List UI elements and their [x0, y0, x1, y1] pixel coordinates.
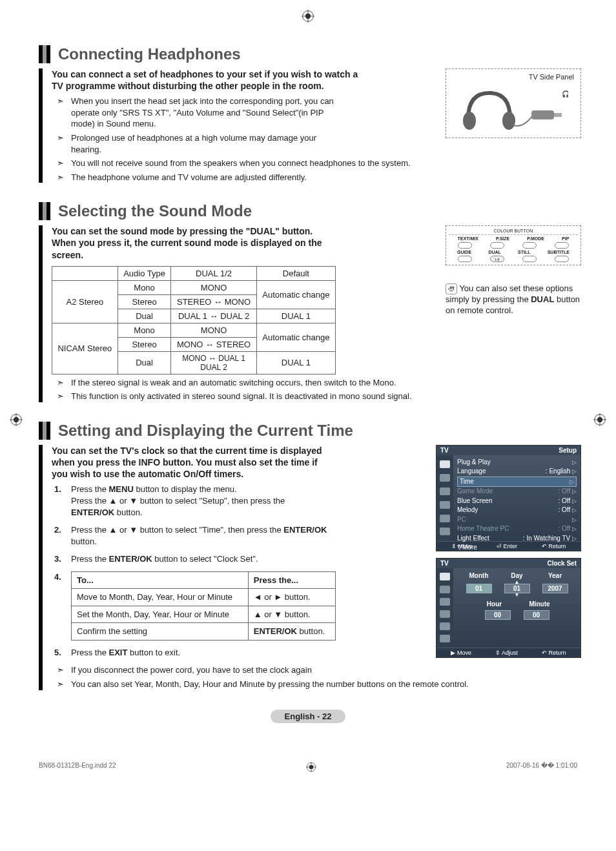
section-heading: Selecting the Sound Mode	[58, 202, 252, 220]
osd-menu-row: Blue Screen: Off ▷	[457, 497, 577, 506]
osd-menu-row: Game Mode: Off ▷	[457, 487, 577, 497]
bullet-item: The headphone volume and TV volume are a…	[52, 172, 577, 183]
section-selecting-sound-mode: Selecting the Sound Mode COLOUR BUTTON T…	[39, 202, 577, 402]
remote-note: 🖑 You can also set these options simply …	[446, 283, 581, 316]
osd-menu-row: PC ▷	[457, 515, 577, 525]
osd-menu-row: Light Effect: In Watching TV ▷	[457, 534, 577, 544]
registration-mark-icon	[306, 762, 316, 772]
section-heading: Setting and Displaying the Current Time	[58, 422, 353, 440]
heading-accent-bar	[39, 202, 50, 220]
osd-menu-row: Time ▷	[457, 477, 577, 487]
remote-buttons-illustration: COLOUR BUTTON TEXT/MIXP.SIZEP.MODEPIP GU…	[446, 225, 581, 265]
page-footer: English - 22	[39, 710, 577, 723]
registration-mark-icon	[302, 10, 314, 23]
bullet-item: When you insert the head set jack into t…	[52, 96, 349, 130]
section-connecting-headphones: Connecting Headphones TV Side Panel 🎧	[39, 45, 577, 183]
bullet-item: If you disconnect the power cord, you ha…	[52, 664, 577, 676]
page-number-pill: English - 22	[271, 710, 346, 723]
step-item: To... Press the... Move to Month, Day, Y…	[52, 571, 577, 641]
registration-mark-icon	[10, 413, 23, 426]
bullet-list: If you disconnect the power cord, you ha…	[52, 664, 577, 690]
step-item: Press the MENU button to display the men…	[52, 484, 329, 518]
section-intro: You can set the sound mode by pressing t…	[52, 225, 336, 261]
svg-rect-15	[554, 113, 562, 117]
bullet-item: If the stereo signal is weak and an auto…	[52, 377, 577, 389]
doc-footer-right: 2007-08-16 �� 1:01:00	[506, 762, 577, 772]
section-intro: You can connect a set of headphones to y…	[52, 68, 362, 92]
osd-menu-row: Home Theatre PC: Off ▷	[457, 524, 577, 534]
osd-setup-menu: TV Setup Plug & Play ▷Language: English …	[436, 445, 581, 551]
section-setting-time: Setting and Displaying the Current Time …	[39, 422, 577, 690]
heading-accent-bar	[39, 45, 50, 63]
step-item: Press the EXIT button to exit.	[52, 647, 577, 659]
svg-rect-14	[531, 110, 554, 119]
osd-menu-row: Melody: Off ▷	[457, 506, 577, 515]
step-item: Press the ▲ or ▼ button to select "Time"…	[52, 524, 329, 547]
bullet-item: You can also set Year, Month, Day, Hour …	[52, 679, 577, 690]
svg-text:🎧: 🎧	[562, 90, 568, 98]
section-heading: Connecting Headphones	[58, 45, 241, 63]
bullet-list: If the stereo signal is weak and an auto…	[52, 377, 577, 402]
svg-point-12	[463, 112, 476, 130]
doc-footer-left: BN68-01312B-Eng.indd 22	[39, 762, 116, 772]
osd-menu-row: Plug & Play ▷	[457, 458, 577, 467]
bullet-item: This function is only activated in stere…	[52, 391, 577, 402]
section-intro: You can set the TV's clock so that the c…	[52, 445, 329, 480]
document-footer: BN68-01312B-Eng.indd 22 2007-08-16 �� 1:…	[39, 762, 577, 772]
tv-side-panel-illustration: TV Side Panel 🎧	[446, 68, 581, 138]
panel-label: TV Side Panel	[450, 73, 577, 81]
svg-point-13	[502, 112, 515, 130]
heading-accent-bar	[39, 422, 50, 440]
osd-menu-row: Language: English ▷	[457, 467, 577, 477]
step-item: Press the ENTER/OK button to select "Clo…	[52, 553, 329, 565]
osd-sidebar-icons	[436, 455, 453, 541]
press-table: To... Press the... Move to Month, Day, Y…	[71, 571, 336, 641]
registration-mark-icon	[593, 413, 606, 426]
sound-mode-table: Audio Type DUAL 1/2 Default A2 Stereo Mo…	[52, 266, 336, 374]
bullet-item: Prolonged use of headphones at a high vo…	[52, 132, 349, 155]
remote-icon: 🖑	[446, 283, 457, 294]
bullet-item: You will not receive sound from the spea…	[52, 158, 577, 169]
